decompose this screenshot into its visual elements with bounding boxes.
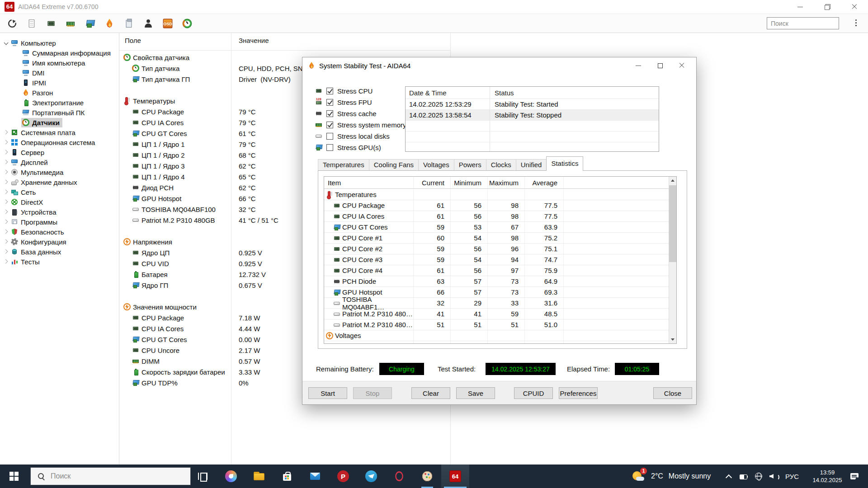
- stats-row[interactable]: CPU Core #1 60 54 98 75.2: [324, 233, 670, 244]
- dialog-tab[interactable]: Temperatures: [318, 159, 369, 170]
- stats-row[interactable]: CPU Core 0.689 0.689 1.320 0.903: [324, 341, 670, 343]
- sidebar-tree-item[interactable]: Операционная система: [0, 137, 119, 147]
- tree-chevron-icon[interactable]: [14, 99, 21, 106]
- tree-chevron-icon[interactable]: [3, 149, 10, 156]
- taskbar-app[interactable]: [413, 465, 441, 488]
- tree-chevron-icon[interactable]: [14, 119, 21, 126]
- column-header-field[interactable]: Поле: [125, 37, 141, 44]
- dialog-button[interactable]: Clear: [411, 387, 450, 399]
- tree-chevron-icon[interactable]: [3, 129, 10, 136]
- stats-row[interactable]: CPU IA Cores 61 56 98 77.5: [324, 211, 670, 222]
- start-button[interactable]: [0, 465, 28, 488]
- tree-chevron-icon[interactable]: [3, 258, 10, 265]
- tree-chevron-icon[interactable]: [3, 188, 10, 196]
- toolbar-button[interactable]: [5, 16, 19, 31]
- tree-chevron-icon[interactable]: [3, 228, 10, 235]
- dialog-close-button[interactable]: [671, 58, 693, 73]
- tree-chevron-icon[interactable]: [14, 49, 21, 56]
- stats-row[interactable]: CPU Core #4 61 56 97 75.9: [324, 265, 670, 276]
- sidebar-tree-item[interactable]: Датчики: [0, 117, 119, 127]
- app-close-button[interactable]: [841, 0, 868, 14]
- tray-chevron-up-icon[interactable]: [724, 472, 733, 481]
- dialog-tab[interactable]: Unified: [516, 159, 547, 170]
- tree-chevron-icon[interactable]: [3, 39, 10, 47]
- taskbar-app[interactable]: [301, 465, 329, 488]
- action-center-button[interactable]: [850, 465, 859, 488]
- tree-chevron-icon[interactable]: [14, 59, 21, 66]
- taskbar-clock[interactable]: 13:59 14.02.2025: [808, 465, 846, 488]
- network-globe-icon[interactable]: [754, 472, 763, 481]
- toolbar-button[interactable]: [43, 16, 58, 31]
- stats-row[interactable]: Patriot M.2 P310 480… 41 41 59 48.5: [324, 309, 670, 319]
- stats-row[interactable]: CPU Package 61 56 98 77.5: [324, 200, 670, 211]
- tree-chevron-icon[interactable]: [3, 248, 10, 255]
- app-minimize-button[interactable]: [787, 0, 814, 14]
- dialog-tab[interactable]: Statistics: [546, 156, 583, 171]
- dialog-minimize-button[interactable]: [627, 58, 649, 73]
- taskbar-app[interactable]: [273, 465, 301, 488]
- checkbox[interactable]: [326, 122, 333, 128]
- log-row[interactable]: [406, 121, 659, 131]
- sidebar-tree-item[interactable]: Электропитание: [0, 98, 119, 108]
- stats-col-minimum[interactable]: Minimum: [451, 177, 488, 188]
- tree-chevron-icon[interactable]: [14, 109, 21, 116]
- sidebar-tree-item[interactable]: Конфигурация: [0, 237, 119, 247]
- tree-chevron-icon[interactable]: [3, 178, 10, 186]
- log-row[interactable]: 14.02.2025 13:58:54 Stability Test: Stop…: [406, 110, 659, 121]
- log-col-datetime[interactable]: Date & Time: [406, 87, 490, 99]
- tree-chevron-icon[interactable]: [3, 198, 10, 206]
- sidebar-tree-item[interactable]: Тесты: [0, 257, 119, 267]
- checkbox[interactable]: [326, 99, 333, 106]
- checkbox[interactable]: [326, 110, 333, 117]
- toolbar-button[interactable]: [63, 16, 78, 31]
- sidebar-tree-item[interactable]: Компьютер: [0, 38, 119, 48]
- sidebar-tree-item[interactable]: Сеть: [0, 187, 119, 197]
- sidebar-tree-item[interactable]: DMI: [0, 68, 119, 78]
- stats-row[interactable]: Temperatures: [324, 189, 670, 200]
- stats-col-average[interactable]: Average: [525, 177, 564, 188]
- more-options-kebab-icon[interactable]: [854, 19, 858, 28]
- stats-row[interactable]: CPU Core #2 59 56 96 75.1: [324, 244, 670, 254]
- sidebar-tree-item[interactable]: Разгон: [0, 88, 119, 98]
- tree-chevron-icon[interactable]: [14, 79, 21, 86]
- toolbar-button[interactable]: [24, 16, 39, 31]
- stats-row[interactable]: PCH Diode 63 57 73 64.9: [324, 276, 670, 287]
- sidebar-tree-item[interactable]: Системная плата: [0, 127, 119, 137]
- sidebar-tree-item[interactable]: База данных: [0, 247, 119, 257]
- sidebar-tree-item[interactable]: Устройства: [0, 207, 119, 217]
- tree-chevron-icon[interactable]: [3, 139, 10, 146]
- app-restore-button[interactable]: [814, 0, 841, 14]
- app-search-input[interactable]: [767, 17, 839, 29]
- stats-row[interactable]: Patriot M.2 P310 480… 51 51 51 51.0: [324, 319, 670, 330]
- dialog-button[interactable]: Preferences: [559, 387, 598, 399]
- tree-chevron-icon[interactable]: [3, 238, 10, 245]
- tree-chevron-icon[interactable]: [3, 218, 10, 225]
- dialog-button[interactable]: Start: [308, 387, 347, 399]
- tree-chevron-icon[interactable]: [3, 208, 10, 216]
- sidebar-tree-item[interactable]: Мультимедиа: [0, 167, 119, 177]
- sidebar-tree-item[interactable]: Имя компьютера: [0, 58, 119, 68]
- tree-chevron-icon[interactable]: [3, 159, 10, 166]
- scroll-up-icon[interactable]: [669, 177, 676, 184]
- column-header-value[interactable]: Значение: [239, 37, 269, 44]
- scroll-down-icon[interactable]: [669, 336, 676, 343]
- toolbar-button[interactable]: [179, 16, 194, 31]
- sidebar-tree-item[interactable]: Сервер: [0, 147, 119, 157]
- sidebar-tree-item[interactable]: Программы: [0, 217, 119, 227]
- dialog-button[interactable]: Stop: [353, 387, 392, 399]
- sidebar-tree-item[interactable]: Дисплей: [0, 157, 119, 167]
- dialog-button[interactable]: Close: [653, 387, 692, 399]
- toolbar-button[interactable]: [121, 16, 136, 31]
- taskbar-app[interactable]: P: [329, 465, 357, 488]
- log-row[interactable]: 14.02.2025 12:53:29 Stability Test: Star…: [406, 99, 659, 110]
- taskbar-search-input[interactable]: [51, 472, 173, 480]
- taskbar-app[interactable]: 64: [441, 465, 469, 488]
- dialog-button[interactable]: CPUID: [514, 387, 553, 399]
- stats-scrollbar[interactable]: [669, 177, 676, 343]
- sidebar-tree-item[interactable]: IPMI: [0, 78, 119, 88]
- taskbar-app[interactable]: [189, 465, 217, 488]
- toolbar-button[interactable]: [141, 16, 156, 31]
- taskbar-app[interactable]: [217, 465, 245, 488]
- scrollbar-thumb[interactable]: [669, 185, 676, 262]
- sidebar-tree-item[interactable]: Безопасность: [0, 227, 119, 237]
